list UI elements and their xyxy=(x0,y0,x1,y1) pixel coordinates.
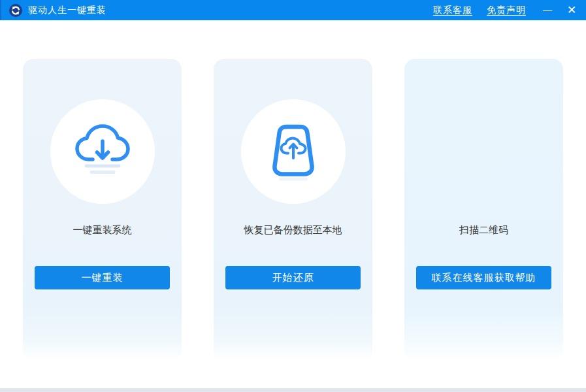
minimize-button[interactable]: — xyxy=(542,0,553,20)
card-reinstall-system: 一键重装系统 一键重装 xyxy=(23,59,182,361)
icon-circle xyxy=(241,99,346,204)
device-cloud-upload-icon xyxy=(262,119,325,184)
app-logo-icon xyxy=(9,4,28,17)
titlebar-actions: 联系客服 免责声明 — ✕ xyxy=(419,0,578,20)
card-title: 恢复已备份数据至本地 xyxy=(244,225,342,235)
window-bottom-edge xyxy=(0,388,586,392)
window-title: 驱动人生一键重装 xyxy=(28,5,106,16)
card-qrcode-support: 扫描二维码 联系在线客服获取帮助 xyxy=(404,59,563,361)
contact-online-support-button[interactable]: 联系在线客服获取帮助 xyxy=(416,266,551,289)
reinstall-button[interactable]: 一键重装 xyxy=(35,266,170,289)
main-content: 一键重装系统 一键重装 恢复已备份数据至本地 开始还原 扫描二维码 xyxy=(0,59,586,361)
card-title: 扫描二维码 xyxy=(459,225,508,235)
link-disclaimer[interactable]: 免责声明 xyxy=(487,5,526,16)
card-restore-backup: 恢复已备份数据至本地 开始还原 xyxy=(214,59,372,361)
restore-button[interactable]: 开始还原 xyxy=(225,266,361,289)
close-button[interactable]: ✕ xyxy=(565,0,578,20)
card-title: 一键重装系统 xyxy=(73,225,132,235)
cloud-download-icon xyxy=(70,120,135,183)
icon-circle xyxy=(50,99,155,204)
link-contact-support[interactable]: 联系客服 xyxy=(433,5,472,16)
titlebar: 驱动人生一键重装 联系客服 免责声明 — ✕ xyxy=(0,0,586,20)
qrcode-placeholder xyxy=(432,99,536,204)
